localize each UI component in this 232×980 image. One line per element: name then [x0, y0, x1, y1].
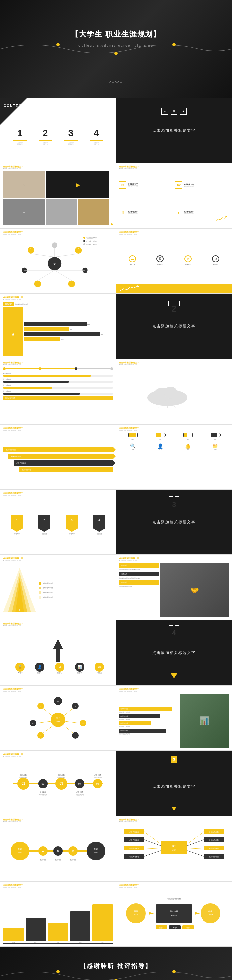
slide-sub-4: ADD THE TITLE TEXT PLACE [3, 168, 21, 170]
vb-2 [25, 918, 46, 941]
slide-row-10: 点击添加相关标题文字 ADD THE TITLE TEXT PLACE 中心 内… [0, 686, 232, 751]
bookmark-icon-1: 1 [16, 519, 17, 522]
dumbbell-content: 标题 内容 标题 内容 A B C 相关内容 相关内容 相关内容 [3, 824, 113, 878]
svg-text:相关内容标题: 相关内容标题 [209, 856, 219, 858]
bookmark-4: 4 [94, 515, 105, 532]
prog-label-2: 相关标题内容 [3, 379, 113, 380]
icons-content: ✉ 相关标题文字 添加相关内容文字 ☎ 相关标题文字 添加相关内容文字 ⚙ [119, 172, 229, 225]
bar-row-y: 相关内容 点击添加相关内容文字 [3, 302, 113, 306]
title-slide: 【大学生 职业生涯规划】 College students career pla… [0, 0, 232, 98]
last-title-container: 【感谢聆听 批评指导】 [80, 962, 152, 970]
svg-line-27 [151, 406, 161, 408]
net-item-3: 相关标题文字内容 [83, 243, 113, 245]
panel-header-d: 标题内容 [119, 572, 159, 576]
svg-line-13 [55, 253, 78, 257]
net-text-2: 相关标题文字内容 [86, 240, 97, 242]
fl-text-1: 相关标题内容文字 [43, 582, 53, 584]
svg-text:标题: 标题 [94, 848, 98, 850]
contents-item-1: 1 点击添加标题文字 [11, 128, 28, 145]
slide-row-3: 点击添加相关标题文字 ADD THE TITLE TEXT PLACE ⚙ [0, 228, 232, 294]
tl-line [6, 368, 39, 369]
item-line-4 [90, 140, 103, 140]
svg-line-144 [187, 851, 204, 856]
bat-body-1 [128, 433, 138, 437]
vb-col-3: 2021 [48, 923, 68, 943]
svg-point-163 [56, 970, 60, 974]
svg-point-26 [164, 387, 177, 399]
svg-text:D: D [71, 283, 72, 285]
prog-item-4: 相关标题内容 [3, 390, 113, 395]
left-bars-section: 相关内容标题 添加内容文字说明 相关内容标题 添加内容文字说明 相关内容标题 添… [119, 694, 178, 748]
ribbon-2: 相关内容标题 [3, 454, 113, 459]
bi-icon-4: 📁 [213, 444, 218, 449]
svg-line-17 [55, 270, 72, 281]
fl-text-4: 相关标题内容文字 [43, 596, 53, 598]
corner-triangle [0, 98, 27, 125]
battery-slide: 点击添加相关标题文字 ADD THE TITLE TEXT PLACE 90% [116, 424, 232, 490]
bi-icon-3: 🔔 [185, 444, 191, 449]
photo-collage-slide: 点击添加相关标题文字 ADD THE TITLE TEXT PLACE img … [0, 163, 116, 228]
prog-track-4 [3, 393, 113, 395]
slide-sub-6: ADD THE TITLE TEXT PLACE [3, 233, 21, 235]
arrow-col-2: 2 标题内容 [38, 515, 50, 535]
vbar-chart-slide: 点击添加相关标题文字 ADD THE TITLE TEXT PLACE 2019… [0, 881, 116, 947]
four-icon-grid: ☁ 标题文字 $ 标题文字 ★ 标题文字 ⚙ 标题文字 [119, 237, 229, 283]
svg-point-1 [114, 52, 118, 55]
click-title-text-2: 点击添加相关标题文字 [153, 324, 195, 329]
bc-svg: 相关内容标题 相关内容标题 相关内容标题 相关内容标题 核心 内容 相关内容标题 [119, 824, 229, 871]
slide-row-13: 点击添加相关标题文字 ADD THE TITLE TEXT PLACE 2019… [0, 881, 232, 947]
prog-fill-2 [3, 381, 69, 383]
wave-decoration [0, 39, 232, 59]
slide-sub-17: ADD THE TITLE TEXT PLACE [119, 560, 137, 562]
vb-col-5: 2023 [92, 904, 113, 943]
contents-slide: CONTENTS 1 点击添加标题文字 2 点击添加标题文字 3 点击添加标题文… [0, 98, 116, 163]
arrow-col-3: 3 标题内容 [66, 515, 78, 535]
svg-point-2 [172, 43, 176, 46]
bat-fill-2 [156, 433, 161, 437]
svg-text:A: A [42, 850, 44, 853]
fl-dot-3 [39, 591, 41, 594]
svg-text:核心: 核心 [172, 845, 176, 848]
vb-1 [3, 928, 24, 941]
arrow-flow-slide: 点击添加相关标题文字 ADD THE TITLE TEXT PLACE 🔒 👤 … [0, 620, 116, 686]
bi-text-4: 文件 [213, 449, 218, 450]
cloud-content: 📱 💻 🖥 [119, 367, 229, 421]
network-list: 相关标题文字内容 相关标题文字内容 相关标题文字内容 [83, 237, 113, 245]
slide-sub-5: ADD THE TITLE TEXT PLACE [119, 168, 137, 170]
ribbon-1: 相关内容标题 [3, 447, 113, 452]
svg-text:标题: 标题 [17, 848, 22, 850]
svg-text:相关标题: 相关标题 [20, 774, 27, 776]
timeline-content: 相关标题内容 相关标题内容 相关标题内容 [3, 367, 113, 421]
item-line-3 [64, 140, 78, 140]
slide-row-4: 点击添加相关标题文字 ADD THE TITLE TEXT PLACE 相关内容… [0, 294, 232, 359]
fi-icon-3: ★ [184, 255, 192, 262]
bookmark-2: 2 [38, 515, 50, 532]
bat-label-1: 90% [128, 439, 138, 441]
slide-sub-24: ADD THE TITLE TEXT PLACE [3, 821, 21, 822]
bp-row-1: 相关内容标题 添加内容文字说明 [119, 707, 178, 713]
down-arr-5 [172, 807, 176, 811]
tl-dot-1 [3, 367, 6, 370]
prog-fill-3 [3, 387, 52, 389]
bp-row-3: 相关内容标题 添加内容文字说明 [119, 722, 178, 727]
svg-line-143 [187, 848, 204, 849]
item-line-2 [39, 140, 52, 140]
icon-2: ☎ [175, 181, 182, 189]
black-title-slide-3: 3 点击添加相关标题文字 [116, 490, 232, 555]
prog-fill-1 [3, 375, 91, 377]
svg-text:内容: 内容 [56, 720, 60, 722]
bp-bar-1: 相关内容标题 [119, 707, 172, 711]
bi-text-2: 用户 [157, 449, 163, 450]
svg-text:F: F [82, 722, 83, 724]
bars-photo-slide: 点击添加相关标题文字 ADD THE TITLE TEXT PLACE 相关内容… [116, 686, 232, 751]
svg-text:1: 1 [19, 609, 20, 611]
bookmark-icon-4: 4 [99, 519, 100, 522]
battery-content: 90% 60% 40% [119, 433, 229, 487]
arrow-flow-content: 🔒 👤 ⚙ 📊 ✉ 内容一 内容二 内容三 内容四 内容五 [3, 628, 113, 682]
bi-3: 🔔 通知 [185, 444, 191, 450]
svg-point-57 [51, 713, 65, 727]
photo-5 [78, 199, 110, 225]
svg-text:C: C [72, 850, 74, 853]
bar-chart: 2019 2020 2021 2022 2023 [3, 904, 113, 943]
bars-content: 相关内容 点击添加相关内容文字 标题文字内容 75% 50% [3, 302, 113, 356]
